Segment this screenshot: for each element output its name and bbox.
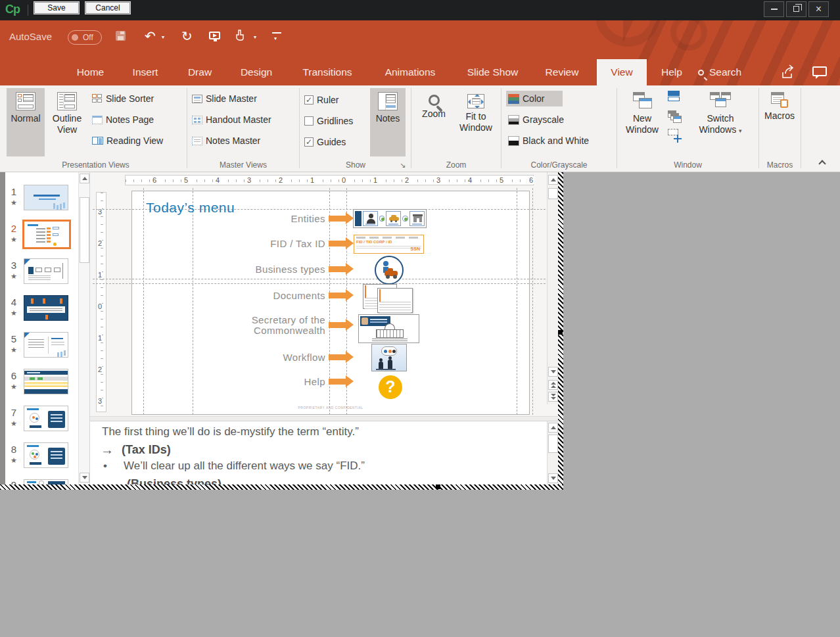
gridlines-checkbox[interactable]: Gridlines	[304, 113, 353, 129]
comments-icon[interactable]	[812, 66, 827, 76]
start-slideshow-icon[interactable]	[209, 32, 220, 39]
slide-thumbnail-7[interactable]	[24, 406, 68, 431]
editor-scrollbar[interactable]	[547, 172, 558, 404]
notes-scroll-down-icon[interactable]	[548, 473, 558, 483]
share-icon[interactable]	[779, 64, 796, 83]
tab-slide-show[interactable]: Slide Show	[463, 59, 522, 85]
handout-master-button[interactable]: Handout Master	[192, 112, 271, 128]
save-button[interactable]: Save	[34, 2, 79, 14]
editor-scrollbar-thumb[interactable]	[548, 188, 558, 199]
notes-master-button[interactable]: Notes Master	[192, 133, 260, 149]
selection-handle[interactable]	[436, 484, 440, 489]
tab-design[interactable]: Design	[238, 59, 275, 85]
minimize-button[interactable]	[764, 1, 784, 17]
notes-scrollbar[interactable]	[547, 421, 558, 484]
tab-review[interactable]: Review	[540, 59, 584, 85]
previous-slide-icon[interactable]	[548, 380, 558, 390]
color-button[interactable]: Color	[506, 91, 563, 106]
notes-button[interactable]: Notes	[370, 88, 406, 156]
restore-button[interactable]	[786, 1, 806, 17]
slide-thumbnail-1[interactable]	[24, 185, 68, 210]
tab-view[interactable]: View	[597, 59, 647, 85]
slide-row-label[interactable]: Workflow	[138, 352, 325, 363]
cancel-button[interactable]: Cancel	[85, 2, 130, 14]
outline-view-button[interactable]: OutlineView	[47, 88, 87, 156]
tab-animations[interactable]: Animations	[381, 59, 440, 85]
macros-button[interactable]: Macros	[761, 88, 798, 156]
switch-windows-button[interactable]: SwitchWindows ▾	[694, 88, 747, 156]
slide-thumbnail-4[interactable]	[24, 295, 68, 321]
notes-pane[interactable]: The first thing we’ll do is de-mystify t…	[90, 421, 558, 484]
move-split-button[interactable]	[668, 129, 684, 145]
guide-line[interactable]	[532, 188, 533, 415]
notes-line[interactable]: We’ll clear up all the different ways we…	[124, 460, 365, 473]
slide-row-label[interactable]: Business types	[138, 264, 325, 275]
slide-thumbnail-6[interactable]	[24, 369, 68, 394]
undo-icon[interactable]: ↶	[145, 30, 156, 43]
tab-draw[interactable]: Draw	[186, 59, 214, 85]
next-slide-icon[interactable]	[548, 392, 558, 402]
thumbnail-scroll-down-icon[interactable]	[80, 473, 89, 483]
slide-thumbnail-5[interactable]	[24, 332, 68, 358]
new-window-button[interactable]: NewWindow	[622, 88, 663, 156]
reading-view-button[interactable]: Reading View	[92, 133, 163, 149]
customize-qat-icon[interactable]: ▾	[272, 32, 281, 41]
notes-line[interactable]: (Tax IDs)	[122, 443, 171, 457]
tab-insert[interactable]: Insert	[129, 59, 161, 85]
save-icon[interactable]	[116, 31, 126, 41]
guide-line[interactable]	[93, 279, 555, 279]
slide-row-label[interactable]: Help	[138, 377, 325, 387]
zoom-button[interactable]: Zoom	[416, 88, 452, 156]
notes-line[interactable]: The first thing we’ll do is de-mystify t…	[102, 425, 359, 438]
fit-to-window-button[interactable]: Fit toWindow	[455, 88, 496, 156]
slide-row-label[interactable]: FID / Tax ID	[138, 239, 325, 249]
slide-thumbnail-9[interactable]	[24, 479, 68, 484]
documents-image[interactable]	[363, 284, 414, 314]
slide-thumbnail-8[interactable]	[24, 442, 68, 468]
guide-line[interactable]	[93, 283, 555, 284]
tab-help[interactable]: Help	[657, 59, 687, 85]
touch-mode-dropdown-icon[interactable]: ▾	[254, 34, 256, 40]
guide-line[interactable]	[517, 188, 517, 415]
slide-master-button[interactable]: Slide Master	[192, 91, 257, 106]
selection-handle[interactable]	[558, 330, 563, 335]
notes-scrollbar-thumb[interactable]	[548, 435, 558, 453]
workflow-image[interactable]	[371, 344, 407, 371]
show-dialog-launcher-icon[interactable]: ↘	[400, 161, 406, 170]
undo-dropdown-icon[interactable]: ▾	[162, 34, 164, 40]
editor-scroll-up-icon[interactable]	[548, 175, 558, 185]
guides-checkbox[interactable]: ✓ Guides	[304, 134, 346, 150]
redo-icon[interactable]: ↻	[181, 30, 193, 43]
touch-mouse-mode-icon[interactable]	[235, 30, 245, 41]
thumbnail-scrollbar[interactable]	[78, 172, 90, 484]
slide-row-label[interactable]: Documents	[138, 291, 325, 301]
autosave-toggle[interactable]: Off	[68, 30, 102, 45]
secretary-commonwealth-image[interactable]	[358, 314, 419, 343]
search-box[interactable]: Search	[698, 59, 741, 85]
fid-tax-id-image[interactable]: FID / TID CORP / ID SSN	[354, 235, 424, 254]
business-types-image[interactable]	[375, 256, 404, 285]
slide-sorter-button[interactable]: Slide Sorter	[92, 91, 154, 106]
grayscale-button[interactable]: Grayscale	[508, 112, 564, 128]
notes-line[interactable]: (Business types)	[127, 477, 222, 484]
close-button[interactable]: ×	[808, 1, 829, 17]
normal-view-button[interactable]: Normal	[7, 88, 45, 156]
thumbnail-scroll-up-icon[interactable]	[80, 174, 89, 183]
arrange-all-button[interactable]	[668, 91, 682, 101]
cascade-button[interactable]	[668, 110, 682, 124]
help-image[interactable]: ?	[379, 375, 402, 399]
slide-thumbnail-2-selected[interactable]	[22, 220, 71, 249]
entities-image[interactable]	[353, 209, 427, 228]
notes-page-button[interactable]: Notes Page	[92, 112, 154, 128]
tab-transitions[interactable]: Transitions	[300, 59, 355, 85]
notes-splitter[interactable]	[90, 416, 558, 421]
ruler-checkbox[interactable]: ✓ Ruler	[304, 92, 338, 108]
notes-scroll-up-icon[interactable]	[548, 423, 558, 433]
slide-thumbnail-3[interactable]	[24, 258, 68, 284]
collapse-ribbon-icon[interactable]	[819, 159, 826, 166]
thumbnail-scrollbar-thumb[interactable]	[80, 197, 89, 263]
tab-home[interactable]: Home	[72, 59, 108, 85]
slide-row-label[interactable]: Entities	[138, 214, 325, 224]
editor-scroll-down-icon[interactable]	[548, 367, 558, 377]
slide-row-label[interactable]: Secretary of the Commonwealth	[233, 315, 325, 336]
